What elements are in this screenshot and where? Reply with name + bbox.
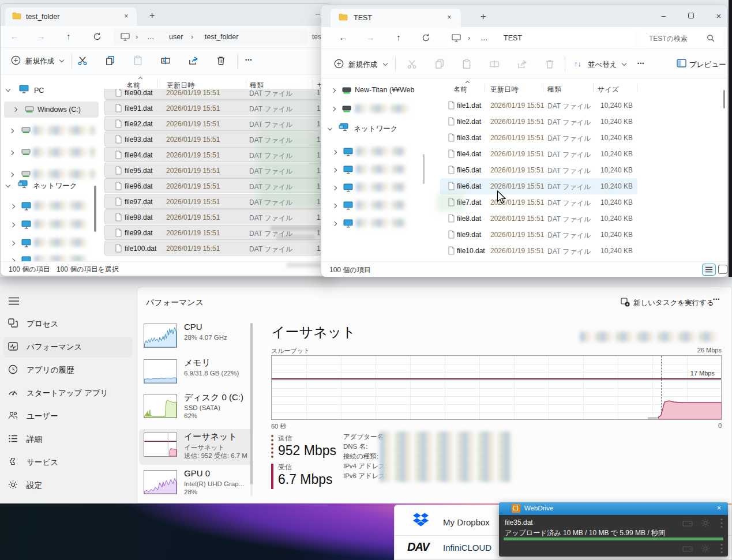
close-icon[interactable]: × [717, 504, 721, 512]
close-button[interactable]: × [710, 10, 727, 22]
back-icon[interactable]: ← [337, 32, 349, 42]
sidebar-item-network[interactable]: ネットワーク [354, 124, 397, 134]
perf-card-ethernet[interactable]: イーサネット イーサネット 送信: 952 受信: 6.7 M [139, 429, 252, 465]
sidebar-item-network[interactable]: ネットワーク [33, 181, 77, 191]
breadcrumb[interactable]: › … TEST [444, 29, 634, 47]
refresh-icon[interactable] [93, 32, 102, 41]
maximize-button[interactable] [682, 10, 700, 22]
file-row[interactable]: file4.dat2026/01/19 15:51DAT ファイル10,240 … [440, 146, 637, 162]
sidebar-item-computer-redacted[interactable] [1, 216, 93, 234]
breadcrumb-user[interactable]: user [169, 33, 183, 41]
paste-icon[interactable] [133, 55, 143, 66]
copy-icon[interactable] [434, 59, 445, 69]
sidebar-item-computer-redacted[interactable] [321, 179, 419, 197]
sidebar-item-computer-redacted[interactable] [1, 197, 93, 216]
gear-icon[interactable] [701, 518, 710, 528]
column-name[interactable]: 名前 [453, 85, 467, 95]
expand-icon[interactable] [328, 126, 332, 130]
up-icon[interactable]: ↑ [63, 31, 74, 41]
new-item-icon[interactable] [11, 55, 21, 65]
taskmgr-nav-startup-apps[interactable]: スタートアップ アプリ [3, 383, 133, 404]
breadcrumb-ellipsis[interactable]: … [147, 33, 155, 41]
delete-icon[interactable] [216, 55, 226, 66]
new-item-icon[interactable] [334, 59, 344, 69]
list-view-toggle[interactable] [702, 264, 716, 276]
share-icon[interactable] [188, 55, 198, 66]
cut-icon[interactable] [407, 59, 417, 69]
copy-icon[interactable] [105, 55, 115, 66]
file-row[interactable]: file7.dat2026/01/19 15:51DAT ファイル10,240 … [440, 194, 637, 211]
scrollbar-thumb[interactable] [723, 90, 725, 108]
sidebar-item-drive-redacted[interactable] [1, 143, 103, 163]
expand-icon[interactable] [13, 107, 17, 112]
hamburger-menu-button[interactable] [8, 296, 20, 306]
taskmgr-nav-details[interactable]: 詳細 [3, 429, 133, 450]
search-box[interactable]: TESTの検索 [641, 29, 722, 47]
kebab-menu-icon[interactable] [720, 543, 723, 554]
breadcrumb-test-folder[interactable]: test_folder [205, 33, 238, 41]
perf-list-scrollbar[interactable] [250, 323, 253, 496]
new-button[interactable]: 新規作成 [25, 57, 54, 66]
share-icon[interactable] [517, 59, 527, 69]
tab-close-icon[interactable]: × [447, 13, 452, 21]
perf-card-cpu[interactable]: CPU 28% 4.07 GHz [139, 322, 252, 354]
cut-icon[interactable] [77, 55, 88, 66]
tab-close-icon[interactable]: × [124, 12, 129, 20]
run-new-task-button[interactable]: 新しいタスクを実行する [618, 294, 703, 310]
forward-icon[interactable]: → [35, 31, 47, 41]
drive-icon[interactable] [682, 520, 693, 528]
file-row[interactable]: file2.dat2026/01/19 15:51DAT ファイル10,240 … [440, 114, 637, 130]
scrollbar-thumb[interactable] [250, 323, 253, 484]
file-row[interactable]: file9.dat2026/01/19 15:51DAT ファイル10,240 … [440, 227, 637, 243]
file-row[interactable]: file10.dat2026/01/19 15:51DAT ファイル10,240… [440, 243, 637, 259]
taskmgr-more-button[interactable]: ••• [713, 296, 720, 302]
file-row[interactable]: file6.dat2026/01/19 15:51DAT ファイル10,240 … [440, 178, 637, 194]
toolbar-more-button[interactable]: ••• [637, 61, 644, 66]
file-row[interactable]: file1.dat2026/01/19 15:51DAT ファイル10,240 … [440, 97, 637, 114]
sidebar-item-new-titan-drive[interactable]: New-Titan (¥¥Web [321, 82, 425, 99]
gear-icon[interactable] [701, 544, 710, 553]
file-row[interactable]: file8.dat2026/01/19 15:51DAT ファイル10,240 … [440, 211, 637, 227]
sidebar-item-computer-redacted[interactable] [321, 144, 419, 161]
search-icon[interactable] [707, 34, 715, 42]
up-icon[interactable]: ↑ [393, 32, 404, 42]
perf-card-memory[interactable]: メモリ 6.9/31.8 GB (22%) [139, 358, 252, 390]
tab-test[interactable]: TEST × [331, 9, 461, 27]
new-tab-icon[interactable]: + [149, 10, 155, 21]
taskmgr-nav-services[interactable]: サービス [3, 452, 133, 473]
sidebar-item-windows-c[interactable]: Windows (C:) [4, 102, 99, 118]
forward-icon[interactable]: → [365, 32, 376, 42]
rename-icon[interactable]: A [160, 55, 171, 66]
preview-button[interactable]: プレビュー [689, 60, 726, 70]
tab-test-folder[interactable]: test_folder × [5, 7, 137, 26]
file-row[interactable]: file100.dat2026/01/19 15:51DAT ファイル10,24… [104, 240, 329, 255]
webdrive-title-bar[interactable]: WebDrive × [499, 502, 728, 515]
file-row[interactable]: file5.dat2026/01/19 15:51DAT ファイル10,240 … [440, 162, 637, 178]
sidebar-item-pc[interactable]: PC [34, 87, 44, 95]
column-size[interactable]: サイズ [598, 85, 619, 95]
sidebar-item-computer-redacted[interactable] [321, 161, 419, 179]
minimize-button[interactable]: – [655, 10, 672, 22]
delete-icon[interactable] [545, 59, 555, 69]
sidebar-item-drive-redacted[interactable] [1, 121, 103, 141]
perf-card-gpu[interactable]: GPU 0 Intel(R) UHD Grap... 28% [139, 468, 252, 502]
toolbar-more-button[interactable]: ••• [245, 57, 252, 63]
sidebar-item-computer-redacted[interactable] [321, 215, 419, 233]
taskmgr-nav-app-history[interactable]: アプリの履歴 [3, 360, 133, 381]
rename-icon[interactable] [489, 59, 500, 69]
taskmgr-nav-processes[interactable]: プロセス [3, 314, 133, 335]
taskmgr-nav-users[interactable]: ユーザー [3, 406, 133, 427]
sidebar-item-drive-redacted[interactable] [321, 101, 425, 117]
refresh-icon[interactable] [422, 33, 430, 42]
kebab-menu-icon[interactable] [720, 518, 723, 528]
details-view-toggle[interactable] [718, 265, 727, 274]
breadcrumb-current[interactable]: TEST [504, 34, 522, 42]
paste-icon[interactable] [461, 59, 472, 69]
back-icon[interactable]: ← [9, 31, 20, 41]
taskmgr-nav-performance[interactable]: パフォーマンス [3, 337, 133, 358]
expand-icon[interactable] [6, 87, 10, 92]
new-tab-icon[interactable]: + [481, 12, 486, 22]
column-type[interactable]: 種類 [547, 85, 561, 95]
minimize-icon-partial[interactable]: – [316, 9, 320, 18]
breadcrumb-ellipsis[interactable]: … [481, 34, 488, 42]
